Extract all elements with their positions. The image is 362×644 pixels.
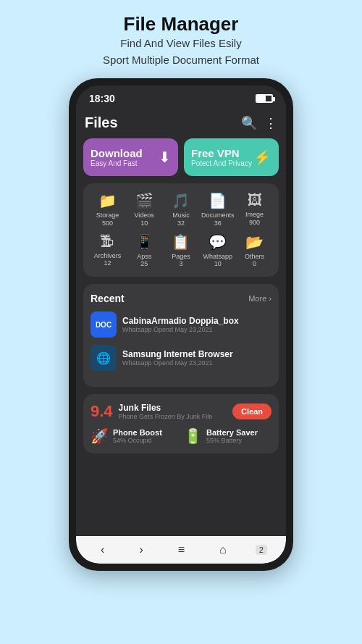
util-item-phone-boost[interactable]: 🚀 Phone Boost 54% Occupid bbox=[90, 427, 178, 445]
forward-button[interactable]: › bbox=[133, 542, 148, 558]
util-sub: 54% Occupid bbox=[113, 437, 162, 444]
util-name: Battery Saver bbox=[206, 428, 258, 437]
cat-label: Music32 bbox=[172, 212, 190, 227]
cat-icon: 🎬 bbox=[135, 192, 153, 209]
junk-info: Junk Files Phone Gets Frozen By Junk Fil… bbox=[119, 403, 227, 420]
bottom-nav: ‹ › ≡ ⌂ 2 bbox=[76, 536, 286, 564]
cat-label: Apss25 bbox=[137, 253, 151, 269]
home-button[interactable]: ⌂ bbox=[214, 542, 232, 558]
recent-title: Recent bbox=[90, 293, 125, 304]
utilities-card: 9.4 Junk Files Phone Gets Frozen By Junk… bbox=[83, 394, 279, 453]
cat-icon: 🖼 bbox=[248, 192, 262, 209]
more-button[interactable]: More › bbox=[248, 294, 272, 303]
vpn-text: Free VPN Potect And Privacy bbox=[191, 147, 252, 167]
cat-label: Videos10 bbox=[135, 212, 154, 227]
cat-icon: 📄 bbox=[209, 192, 227, 209]
util-row: 🚀 Phone Boost 54% Occupid 🔋 Battery Save… bbox=[90, 427, 272, 445]
cat-icon: 🎵 bbox=[172, 192, 190, 209]
download-sublabel: Easy And Fast bbox=[90, 159, 143, 167]
cat-label: Pages3 bbox=[172, 253, 190, 269]
category-item-archivers[interactable]: 🗜 Archivers12 bbox=[90, 233, 125, 269]
cat-label: Archivers12 bbox=[94, 252, 122, 268]
download-label: Download bbox=[90, 147, 143, 159]
util-info: Phone Boost 54% Occupid bbox=[113, 428, 162, 444]
menu-button[interactable]: ≡ bbox=[172, 542, 190, 558]
cat-label: Documents36 bbox=[201, 212, 235, 227]
category-item-whatsapp[interactable]: 💬 Whatsapp10 bbox=[201, 233, 235, 269]
cat-icon: 📱 bbox=[135, 233, 153, 251]
recent-list: DOC CabinaArmadio Doppia_box Whatsapp Op… bbox=[90, 311, 272, 371]
app-header: File Manager Find And View Files Esily S… bbox=[103, 13, 259, 68]
util-icon: 🚀 bbox=[90, 427, 109, 445]
cat-label: Storage500 bbox=[96, 212, 119, 227]
util-info: Battery Saver 55% Battery bbox=[206, 428, 258, 444]
recent-item-name: Samsung Internet Browser bbox=[122, 349, 233, 359]
download-text: Download Easy And Fast bbox=[90, 147, 143, 167]
back-button[interactable]: ‹ bbox=[95, 542, 110, 558]
category-grid: 📁 Storage500 🎬 Videos10 🎵 Music32 📄 Docu… bbox=[90, 192, 272, 268]
app-title: File Manager bbox=[103, 13, 259, 35]
search-icon[interactable]: 🔍 bbox=[241, 115, 257, 131]
junk-score-number: 9.4 bbox=[90, 403, 113, 419]
cat-label: Imege900 bbox=[245, 211, 264, 227]
status-time: 18:30 bbox=[89, 93, 115, 104]
category-item-apss[interactable]: 📱 Apss25 bbox=[127, 233, 161, 269]
recent-item-sub: Whatsapp Opend May 23,2021 bbox=[122, 359, 233, 367]
app-content: Files 🔍 ⋮ Download Easy And Fast ⬇ bbox=[76, 109, 286, 536]
action-buttons: Download Easy And Fast ⬇ Free VPN Potect… bbox=[83, 138, 279, 176]
category-item-storage[interactable]: 📁 Storage500 bbox=[90, 192, 125, 227]
util-name: Phone Boost bbox=[113, 428, 162, 437]
download-icon: ⬇ bbox=[159, 149, 171, 166]
junk-row: 9.4 Junk Files Phone Gets Frozen By Junk… bbox=[90, 403, 272, 420]
category-item-imege[interactable]: 🖼 Imege900 bbox=[237, 192, 272, 227]
app-subtitle1: Find And View Files Esily bbox=[103, 35, 259, 52]
junk-score: 9.4 bbox=[90, 403, 113, 419]
vpn-button[interactable]: Free VPN Potect And Privacy ⚡ bbox=[184, 138, 279, 176]
recent-item-info: Samsung Internet Browser Whatsapp Opend … bbox=[122, 349, 233, 367]
categories-card: 📁 Storage500 🎬 Videos10 🎵 Music32 📄 Docu… bbox=[83, 183, 279, 277]
recent-item[interactable]: 🌐 Samsung Internet Browser Whatsapp Open… bbox=[90, 345, 272, 371]
files-title: Files bbox=[85, 114, 118, 131]
cat-icon: 📋 bbox=[172, 233, 190, 251]
util-item-battery-saver[interactable]: 🔋 Battery Saver 55% Battery bbox=[184, 427, 272, 445]
recent-item-name: CabinaArmadio Doppia_box bbox=[122, 316, 239, 326]
cat-icon: 💬 bbox=[209, 233, 227, 251]
download-button[interactable]: Download Easy And Fast ⬇ bbox=[83, 138, 178, 176]
recent-header: Recent More › bbox=[90, 293, 272, 304]
category-item-documents[interactable]: 📄 Documents36 bbox=[201, 192, 235, 227]
cat-label: Whatsapp10 bbox=[203, 253, 233, 269]
recent-samsung-icon: 🌐 bbox=[90, 345, 117, 371]
recent-doc-icon: DOC bbox=[90, 311, 117, 338]
recent-item-info: CabinaArmadio Doppia_box Whatsapp Opend … bbox=[122, 316, 239, 333]
category-item-pages[interactable]: 📋 Pages3 bbox=[164, 233, 198, 269]
cat-icon: 🗜 bbox=[100, 233, 114, 250]
junk-sub: Phone Gets Frozen By Junk File bbox=[119, 413, 227, 420]
util-sub: 55% Battery bbox=[206, 437, 258, 444]
category-item-others[interactable]: 📂 Others0 bbox=[237, 233, 272, 269]
junk-name: Junk Files bbox=[119, 403, 227, 413]
recent-item[interactable]: DOC CabinaArmadio Doppia_box Whatsapp Op… bbox=[90, 311, 272, 338]
top-bar: Files 🔍 ⋮ bbox=[83, 109, 279, 138]
category-item-videos[interactable]: 🎬 Videos10 bbox=[127, 192, 161, 227]
vpn-label: Free VPN bbox=[191, 147, 252, 159]
phone-shell: 18:30 Files 🔍 ⋮ Download Easy And bbox=[69, 78, 293, 571]
category-item-music[interactable]: 🎵 Music32 bbox=[164, 192, 198, 227]
app-subtitle2: Sport Multiple Document Format bbox=[103, 52, 259, 69]
util-icon: 🔋 bbox=[184, 427, 202, 445]
phone-screen: 18:30 Files 🔍 ⋮ Download Easy And bbox=[76, 85, 286, 564]
cat-icon: 📁 bbox=[98, 192, 117, 209]
vpn-icon: ⚡ bbox=[253, 149, 272, 166]
more-options-icon[interactable]: ⋮ bbox=[264, 115, 277, 131]
top-bar-icons: 🔍 ⋮ bbox=[241, 115, 277, 131]
cat-label: Others0 bbox=[245, 253, 264, 269]
cat-icon: 📂 bbox=[245, 233, 264, 251]
tabs-button[interactable]: 2 bbox=[256, 545, 267, 555]
vpn-sublabel: Potect And Privacy bbox=[191, 159, 252, 167]
clean-button[interactable]: Clean bbox=[232, 403, 272, 419]
battery-icon bbox=[256, 94, 273, 103]
status-bar: 18:30 bbox=[76, 85, 286, 109]
recent-card: Recent More › DOC CabinaArmadio Doppia_b… bbox=[83, 284, 279, 387]
recent-item-sub: Whatsapp Opend May 23,2021 bbox=[122, 326, 239, 333]
